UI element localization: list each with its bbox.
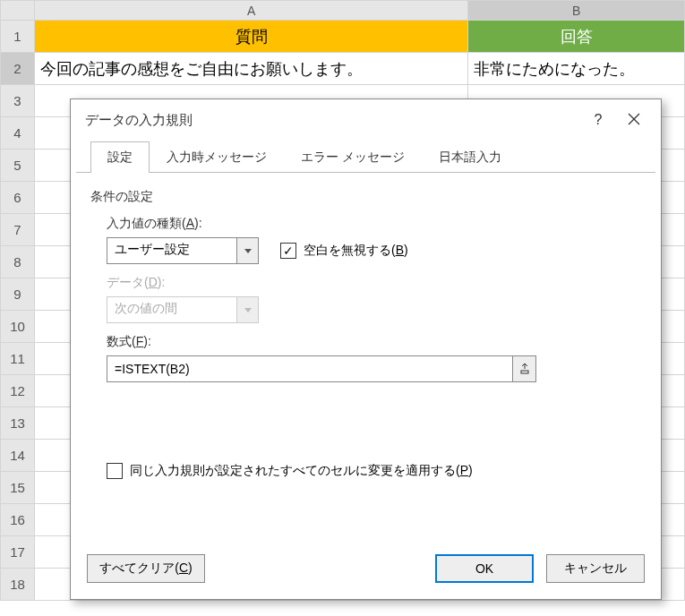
data-combo: 次の値の間	[107, 296, 259, 323]
row-header[interactable]: 11	[1, 343, 35, 375]
dialog-title: データの入力規則	[85, 112, 580, 129]
data-combo-value: 次の値の間	[107, 297, 236, 322]
tab-input-message[interactable]: 入力時メッセージ	[150, 141, 284, 173]
chevron-down-icon	[236, 297, 258, 322]
allow-label: 入力値の種類(A):	[107, 216, 641, 232]
chevron-down-icon[interactable]	[236, 238, 258, 263]
section-label: 条件の設定	[90, 189, 641, 205]
allow-combo[interactable]: ユーザー設定	[107, 237, 259, 264]
tab-error-message[interactable]: エラー メッセージ	[284, 141, 422, 173]
row-header[interactable]: 8	[1, 246, 35, 278]
checkbox-icon	[107, 463, 123, 479]
ignore-blank-label: 空白を無視する(B)	[304, 243, 408, 259]
data-label: データ(D):	[107, 275, 641, 291]
formula-input[interactable]	[107, 356, 512, 381]
help-button[interactable]: ?	[580, 112, 616, 128]
row-header[interactable]: 10	[1, 311, 35, 343]
row-header[interactable]: 16	[1, 504, 35, 536]
row-header[interactable]: 6	[1, 182, 35, 214]
dialog-titlebar[interactable]: データの入力規則 ?	[71, 99, 661, 141]
row-header[interactable]: 14	[1, 440, 35, 472]
row-header[interactable]: 18	[1, 569, 35, 601]
close-button[interactable]	[616, 113, 652, 128]
cell-a2[interactable]: 今回の記事の感想をご自由にお願いします。	[34, 53, 467, 85]
row-header[interactable]: 4	[1, 117, 35, 150]
row-header[interactable]: 15	[1, 472, 35, 504]
row-header[interactable]: 3	[1, 85, 35, 117]
row-header[interactable]: 7	[1, 214, 35, 246]
tabs: 設定 入力時メッセージ エラー メッセージ 日本語入力	[76, 141, 655, 173]
close-icon	[628, 113, 640, 125]
range-select-button[interactable]	[512, 356, 535, 381]
allow-combo-value: ユーザー設定	[107, 238, 236, 263]
row-header[interactable]: 12	[1, 375, 35, 407]
data-validation-dialog: データの入力規則 ? 設定 入力時メッセージ エラー メッセージ 日本語入力 条…	[70, 98, 662, 600]
tab-ime[interactable]: 日本語入力	[422, 141, 518, 173]
select-all-corner[interactable]	[1, 1, 35, 21]
apply-all-checkbox[interactable]: 同じ入力規則が設定されたすべてのセルに変更を適用する(P)	[107, 463, 473, 479]
tab-settings[interactable]: 設定	[90, 141, 150, 173]
col-header-a[interactable]: A	[34, 1, 467, 21]
row-header[interactable]: 9	[1, 278, 35, 311]
formula-label: 数式(F):	[107, 334, 641, 350]
ignore-blank-checkbox[interactable]: 空白を無視する(B)	[280, 243, 408, 259]
collapse-dialog-icon	[519, 363, 530, 375]
svg-rect-2	[521, 371, 528, 373]
row-header[interactable]: 1	[1, 21, 35, 53]
row-header[interactable]: 2	[1, 53, 35, 85]
apply-all-label: 同じ入力規則が設定されたすべてのセルに変更を適用する(P)	[130, 463, 473, 479]
cell-b2[interactable]: 非常にためになった。	[468, 53, 685, 85]
cell-b1[interactable]: 回答	[468, 21, 685, 53]
row-header[interactable]: 5	[1, 150, 35, 182]
col-header-b[interactable]: B	[468, 1, 685, 21]
ok-button[interactable]: OK	[435, 554, 534, 583]
cancel-button[interactable]: キャンセル	[546, 554, 645, 583]
cell-a1[interactable]: 質問	[34, 21, 467, 53]
row-header[interactable]: 17	[1, 536, 35, 569]
clear-all-button[interactable]: すべてクリア(C)	[87, 554, 205, 583]
row-header[interactable]: 13	[1, 407, 35, 440]
checkbox-icon	[280, 243, 296, 259]
